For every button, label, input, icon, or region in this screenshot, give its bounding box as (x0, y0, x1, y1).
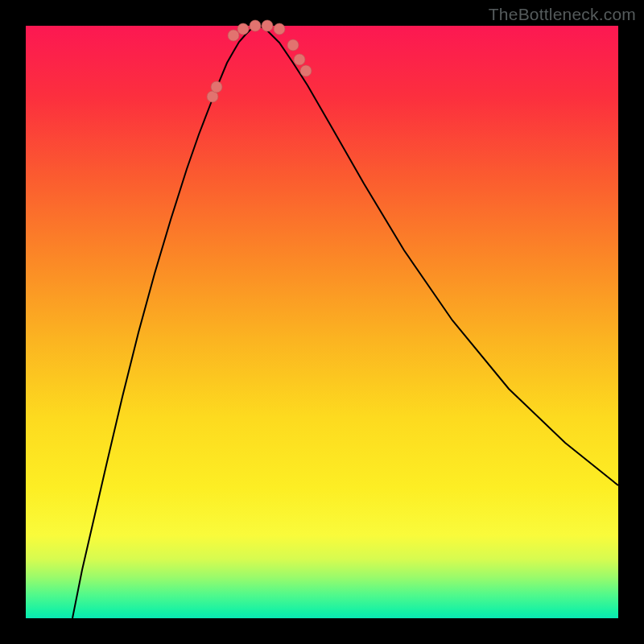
curve-layer (26, 26, 618, 618)
marker-dot (262, 20, 273, 31)
left-curve (72, 26, 259, 618)
right-curve (259, 26, 618, 485)
marker-dot (250, 20, 261, 31)
watermark-text: TheBottleneck.com (489, 5, 636, 24)
chart-stage: TheBottleneck.com (0, 0, 644, 644)
marker-dots (207, 20, 312, 102)
marker-dot (211, 81, 222, 93)
marker-dot (287, 39, 299, 51)
marker-dot (294, 54, 305, 65)
marker-dot (300, 65, 312, 76)
marker-dot (228, 30, 239, 41)
marker-dot (237, 23, 249, 35)
marker-dot (274, 23, 285, 35)
plot-area (26, 26, 618, 618)
